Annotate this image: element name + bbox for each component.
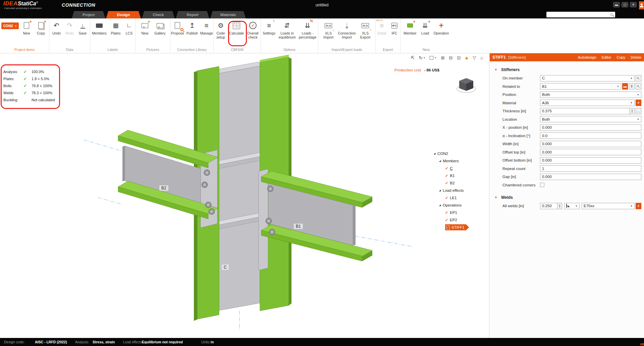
rotate-view-icon[interactable]: ↻▼	[419, 55, 426, 60]
add-weld-material-button[interactable]: +	[636, 203, 641, 209]
gallery-button[interactable]: Gallery	[153, 20, 167, 35]
tree-item-member-b1[interactable]: ✓B1	[434, 172, 489, 179]
detail-export-button[interactable]: ≡BETADetail	[376, 20, 388, 35]
overall-check-button[interactable]: ✓Overall check	[245, 20, 261, 39]
redo-button[interactable]: ↷Redo	[64, 20, 76, 35]
units-value[interactable]: in	[211, 340, 214, 344]
weld-size-stepper[interactable]: ▲▼	[557, 203, 562, 209]
tree-item-member-c[interactable]: ✓C	[434, 165, 489, 172]
loads-in-equilibrium-button[interactable]: ⇵Loads in equilibrium	[277, 20, 297, 39]
material-select[interactable]: A36▼	[540, 100, 635, 106]
saved-views-icon[interactable]: ◈	[465, 55, 468, 60]
tab-design[interactable]: Design	[106, 11, 141, 18]
fit-view-icon[interactable]: ⇱	[411, 55, 415, 60]
copy-operation-button[interactable]: Copy	[617, 55, 626, 59]
autodesign-button[interactable]: Autodesign	[578, 55, 596, 59]
flip-orientation-button[interactable]: ⇕	[629, 83, 635, 90]
new-operation-button[interactable]: +Operation	[433, 20, 450, 35]
labels-lcs-toggle[interactable]: ∟LCS	[123, 20, 135, 35]
new-picture-button[interactable]: +New	[138, 20, 152, 35]
new-project-item-button[interactable]: + New	[20, 20, 33, 35]
pick-related-button[interactable]: ↖	[636, 83, 641, 90]
tree-item-member-b2[interactable]: ✓B2	[434, 179, 489, 187]
member-label-b2[interactable]: B2	[159, 185, 168, 191]
member-label-b1[interactable]: B1	[294, 224, 303, 229]
3d-scene[interactable]	[0, 53, 489, 338]
tab-project[interactable]: Project	[72, 11, 105, 18]
section-clip-icon[interactable]: ▼	[430, 56, 436, 60]
expander-icon[interactable]: ◢	[439, 189, 443, 192]
labels-members-toggle[interactable]: Members	[91, 20, 108, 35]
collapse-triangle-icon[interactable]: ▼	[494, 196, 497, 199]
pick-member-button[interactable]: ↖	[636, 75, 641, 81]
editor-button[interactable]: Editor	[602, 55, 611, 59]
undo-button[interactable]: ↶Undo	[51, 20, 63, 35]
xls-export-button[interactable]: XLS↑XLS Export	[358, 20, 373, 39]
analysis-value[interactable]: Stress, strain	[93, 340, 115, 344]
tree-item-stiff1-selected[interactable]: ✓STIFF1	[434, 224, 489, 231]
expander-icon[interactable]: ◢	[434, 152, 437, 155]
section-stiffeners[interactable]: ▼Stiffeners	[490, 65, 644, 74]
copy-project-item-button[interactable]: + Copy	[34, 20, 48, 35]
wireframe-view-icon[interactable]: ⊞	[441, 55, 444, 60]
inclination-input[interactable]: 0.0	[540, 132, 641, 139]
connection-selector-button[interactable]: CON2▼	[1, 22, 19, 29]
column-web[interactable]	[219, 66, 260, 310]
publish-button[interactable]: ↥Publish	[186, 20, 199, 35]
thickness-more-button[interactable]: …	[636, 108, 641, 114]
labels-plates-toggle[interactable]: ▦Plates	[109, 20, 122, 35]
minimize-button[interactable]: ▬	[613, 2, 620, 7]
thickness-stepper[interactable]: ▲▼	[630, 108, 635, 114]
code-setup-button[interactable]: ⚙Code setup	[214, 20, 228, 39]
on-member-select[interactable]: C▼	[540, 75, 635, 81]
new-load-button[interactable]: ⇊+Load	[419, 20, 432, 35]
section-welds[interactable]: ▼Welds	[490, 193, 644, 202]
expander-icon[interactable]: ◢	[439, 160, 443, 162]
width-input[interactable]: 0.000	[540, 141, 641, 147]
save-button[interactable]: ↓Save	[77, 20, 89, 35]
load-effects-value[interactable]: Equilibrium not required	[142, 340, 183, 344]
tree-item-le1[interactable]: ✓LE1	[434, 194, 489, 201]
position-select[interactable]: Both▼	[540, 92, 641, 98]
tree-item-ep1[interactable]: ✓EP1	[434, 209, 489, 216]
manage-button[interactable]: ≡Manage	[200, 20, 213, 35]
calculate-button[interactable]: +×−=Calculate	[229, 20, 244, 35]
gap-input[interactable]: 0.000	[540, 174, 641, 180]
chevron-down-icon[interactable]: ▼	[423, 57, 426, 59]
electrode-select[interactable]: E70xx▼	[582, 203, 635, 209]
offset-bottom-input[interactable]: 0.000	[540, 157, 641, 164]
design-code-value[interactable]: AISC - LRFD (2022)	[35, 340, 67, 344]
member-label-c[interactable]: C	[222, 265, 229, 270]
checkbox-checked-icon[interactable]: ✓	[446, 226, 450, 229]
tree-node-operations[interactable]: ◢Operations	[434, 201, 489, 209]
maximize-button[interactable]: ▢	[622, 2, 628, 7]
ifc-export-button[interactable]: IFCIFC	[389, 20, 400, 35]
weld-size-input[interactable]: 0.250	[540, 203, 557, 209]
close-button[interactable]: ✕	[630, 2, 637, 7]
tree-node-con2[interactable]: ◢CON2	[434, 150, 489, 157]
search-input[interactable]	[546, 13, 610, 16]
xls-import-button[interactable]: XLS↓XLS Import	[321, 20, 336, 39]
add-material-button[interactable]: +	[636, 100, 641, 106]
connection-import-button[interactable]: ↓≡Connection Import	[337, 20, 357, 39]
loads-percentage-button[interactable]: ⇊%Loads - percentage	[298, 20, 317, 39]
location-select[interactable]: Both▼	[540, 116, 641, 122]
filter-icon[interactable]: ▽	[473, 55, 476, 60]
search-box[interactable]	[546, 12, 615, 17]
solid-view-icon[interactable]: ⊟	[449, 55, 452, 60]
new-member-button[interactable]: +Member	[402, 20, 418, 35]
home-view-icon[interactable]: ⌂	[480, 55, 483, 60]
tree-node-load-effects[interactable]: ◢Load effects	[434, 187, 489, 194]
thickness-input[interactable]: 0.375	[540, 108, 630, 114]
delete-operation-button[interactable]: Delete	[631, 55, 641, 59]
weld-type-select[interactable]: ◣▼	[564, 203, 580, 209]
propose-button[interactable]: Propose	[170, 20, 185, 35]
tab-materials[interactable]: Materials	[210, 11, 246, 18]
expander-icon[interactable]: ◢	[439, 204, 443, 207]
user-account-button[interactable]	[639, 1, 644, 9]
plate-pair-icon-button[interactable]: ▬	[622, 83, 628, 90]
3d-viewport[interactable]: B2 B1 C Analysis✓100.0% Plates✓1.8 < 5.0…	[0, 53, 489, 338]
repeat-count-input[interactable]: 1	[540, 165, 641, 172]
chevron-down-icon[interactable]: ▼	[434, 57, 436, 59]
x-position-input[interactable]: 0.000	[540, 124, 641, 131]
